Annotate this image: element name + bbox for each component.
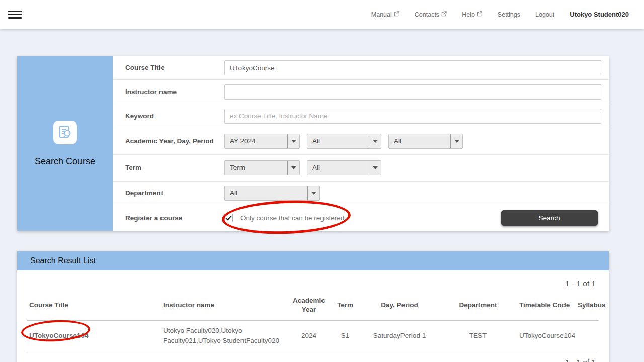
register-checkbox-label: Only course that can be registered.	[240, 214, 346, 222]
nav-contacts[interactable]: Contacts	[415, 11, 447, 18]
search-result-panel: Search Result List 1 - 1 of 1 Course Tit…	[17, 251, 609, 362]
register-course-label: Register a course	[125, 214, 224, 223]
top-navigation: Manual Contacts Help Settings Logout Uto…	[371, 0, 629, 29]
results-title: Search Result List	[30, 256, 96, 265]
term-sub-select[interactable]: All	[307, 160, 381, 175]
external-link-icon	[477, 11, 482, 17]
chevron-down-icon	[287, 134, 299, 148]
form-row-keyword: Keyword	[113, 104, 609, 128]
keyword-input[interactable]	[224, 109, 601, 124]
chevron-down-icon	[369, 161, 381, 175]
instructor-name-input[interactable]	[224, 84, 601, 100]
chevron-down-icon	[307, 186, 319, 200]
search-course-panel: Search Course Course Title Instructor na…	[17, 56, 609, 231]
keyword-label: Keyword	[125, 112, 224, 121]
cell-course-title[interactable]: UTokyoCourse104	[27, 321, 161, 351]
nav-logout-label: Logout	[535, 11, 554, 18]
results-table: Course Title Instructor name Academic Ye…	[27, 293, 599, 351]
top-bar: Manual Contacts Help Settings Logout Uto…	[0, 0, 644, 29]
day-select[interactable]: All	[307, 134, 381, 149]
chevron-down-icon	[287, 161, 299, 175]
search-form: Course Title Instructor name Keyword Aca…	[113, 56, 609, 231]
instructor-name-label: Instructor name	[125, 87, 224, 97]
day-value: All	[307, 134, 369, 148]
col-header-instructor: Instructor name	[161, 293, 288, 321]
result-count-bottom: 1 - 1 of 1	[17, 358, 609, 362]
cell-day-period: SaturdayPeriod 1	[360, 321, 439, 351]
nav-settings[interactable]: Settings	[498, 11, 520, 18]
nav-manual-label: Manual	[371, 11, 392, 18]
term-select[interactable]: Term	[224, 160, 300, 175]
nav-manual[interactable]: Manual	[371, 11, 399, 18]
cell-department: TEST	[439, 321, 517, 351]
col-header-department: Department	[439, 293, 517, 321]
register-only-checkbox[interactable]	[224, 214, 233, 222]
academic-year-value: AY 2024	[225, 134, 287, 148]
col-header-course-title: Course Title	[27, 293, 161, 321]
hamburger-menu-icon[interactable]	[8, 9, 22, 20]
cell-academic-year: 2024	[288, 321, 330, 351]
term-label: Term	[125, 163, 224, 172]
form-row-register: Register a course Only course that can b…	[113, 205, 609, 231]
external-link-icon	[394, 11, 399, 17]
checkmark-icon	[225, 215, 232, 221]
external-link-icon	[441, 11, 447, 17]
ay-day-period-label: Academic Year, Day, Period	[125, 137, 224, 146]
cell-term: S1	[330, 321, 360, 351]
table-row: UTokyoCourse104 Utokyo Faculty020,Utokyo…	[27, 321, 599, 351]
col-header-syllabus: Syllabus	[576, 293, 599, 321]
cell-timetable-code: UTokyoCourse104	[517, 321, 576, 351]
cell-syllabus	[576, 321, 599, 351]
period-select[interactable]: All	[388, 134, 463, 149]
logged-in-user[interactable]: Utokyo Student020	[570, 11, 629, 18]
search-result-header: Search Result List	[17, 251, 609, 270]
form-row-department: Department All	[113, 182, 609, 205]
period-value: All	[389, 134, 450, 148]
results-header-row: Course Title Instructor name Academic Ye…	[27, 293, 599, 321]
search-course-icon	[53, 121, 77, 144]
department-label: Department	[125, 189, 224, 198]
form-row-instructor: Instructor name	[113, 80, 609, 104]
nav-help-label: Help	[462, 11, 475, 18]
chevron-down-icon	[450, 134, 462, 148]
chevron-down-icon	[369, 134, 381, 148]
term-sub-value: All	[307, 161, 369, 175]
department-value: All	[225, 186, 307, 200]
search-course-sidebar: Search Course	[17, 56, 113, 231]
nav-settings-label: Settings	[498, 11, 520, 18]
form-row-term: Term Term All	[113, 155, 609, 182]
form-row-ay-day-period: Academic Year, Day, Period AY 2024 All A…	[113, 128, 609, 155]
search-button[interactable]: Search	[501, 210, 598, 226]
term-value: Term	[225, 161, 287, 175]
form-row-course-title: Course Title	[113, 56, 609, 80]
nav-help[interactable]: Help	[462, 11, 482, 18]
panel-title: Search Course	[35, 156, 95, 167]
course-title-input[interactable]	[224, 60, 601, 75]
nav-logout[interactable]: Logout	[535, 11, 554, 18]
col-header-academic-year: Academic Year	[288, 293, 330, 321]
department-select[interactable]: All	[224, 186, 320, 201]
cell-instructor: Utokyo Faculty020,Utokyo Faculty021,UTok…	[161, 321, 288, 351]
col-header-timetable-code: Timetable Code	[517, 293, 576, 321]
course-title-label: Course Title	[125, 63, 224, 72]
nav-contacts-label: Contacts	[415, 11, 439, 18]
result-count-top: 1 - 1 of 1	[17, 279, 609, 288]
academic-year-select[interactable]: AY 2024	[224, 134, 300, 149]
col-header-term: Term	[330, 293, 360, 321]
col-header-day-period: Day, Period	[360, 293, 439, 321]
